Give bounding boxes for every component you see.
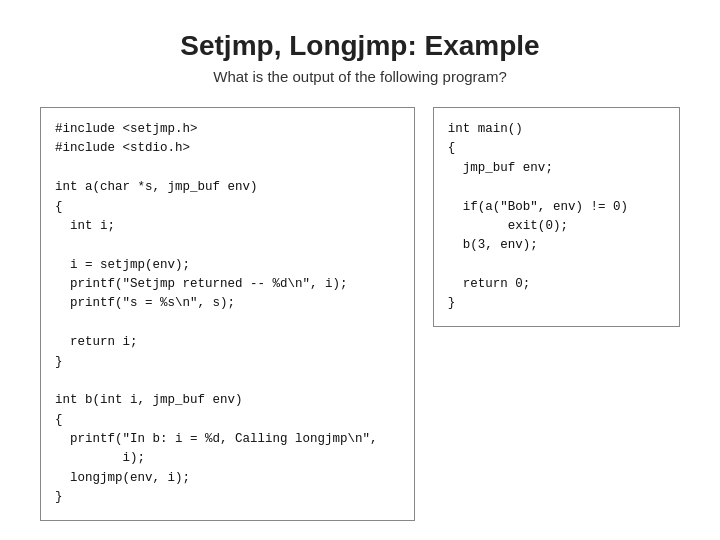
code-block-left: #include <setjmp.h> #include <stdio.h> i… — [40, 107, 415, 521]
code-block-right: int main() { jmp_buf env; if(a("Bob", en… — [433, 107, 680, 327]
slide-subtitle: What is the output of the following prog… — [213, 68, 507, 85]
slide-container: Setjmp, Longjmp: Example What is the out… — [0, 0, 720, 540]
code-area: #include <setjmp.h> #include <stdio.h> i… — [40, 107, 680, 521]
slide-title: Setjmp, Longjmp: Example — [180, 30, 539, 62]
